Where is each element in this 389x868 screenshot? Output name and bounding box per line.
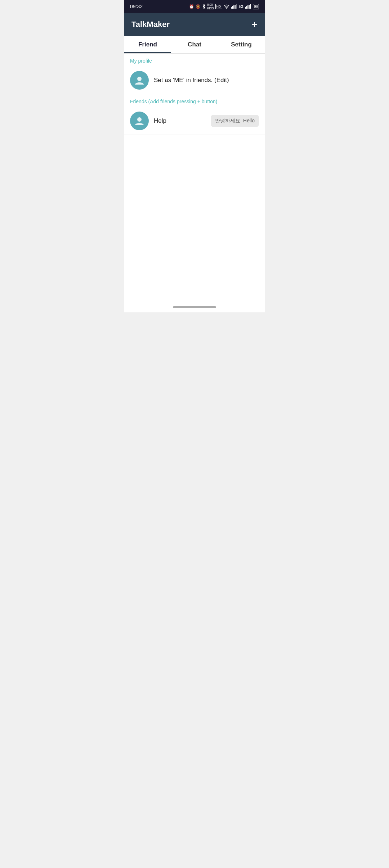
svg-rect-11	[250, 4, 251, 9]
svg-point-12	[137, 77, 142, 81]
alarm-icon: ⏰	[189, 4, 194, 9]
svg-rect-10	[249, 5, 250, 9]
svg-rect-3	[232, 6, 233, 9]
svg-point-13	[137, 117, 142, 122]
bluetooth-icon	[202, 4, 206, 9]
battery-icon: 99	[253, 4, 259, 9]
signal2-icon	[245, 4, 251, 9]
friend-name-help: Help	[154, 117, 211, 125]
friend-avatar-help	[130, 112, 149, 130]
app-header: TalkMaker +	[124, 13, 265, 36]
status-icons: ⏰ 🔕 9.00KB/S HD	[189, 3, 259, 10]
signal-icon	[231, 4, 237, 9]
svg-rect-6	[236, 4, 237, 9]
svg-rect-5	[234, 5, 236, 9]
content-filler	[124, 219, 265, 303]
my-profile-item[interactable]: Set as 'ME' in friends. (Edit)	[124, 67, 265, 94]
friend-item-help[interactable]: Help 안녕하세요. Hello	[124, 107, 265, 135]
5g-icon: 5G	[239, 5, 243, 9]
home-indicator	[124, 303, 265, 312]
status-bar: 09:32 ⏰ 🔕 9.00KB/S HD	[124, 0, 265, 13]
content-area: My profile Set as 'ME' in friends. (Edit…	[124, 54, 265, 219]
hd-icon: HD	[215, 4, 222, 9]
svg-rect-2	[231, 7, 232, 9]
app-title: TalkMaker	[131, 20, 170, 29]
my-profile-label: My profile	[124, 54, 265, 67]
svg-point-1	[226, 8, 227, 9]
speed-icon: 9.00KB/S	[207, 3, 214, 10]
tab-setting[interactable]: Setting	[218, 36, 265, 53]
tab-bar: Friend Chat Setting	[124, 36, 265, 54]
svg-rect-8	[246, 6, 247, 9]
tab-chat[interactable]: Chat	[171, 36, 218, 53]
last-message-help: 안녕하세요. Hello	[211, 115, 259, 127]
home-bar	[173, 306, 216, 308]
friends-label: Friends (Add friends pressing + button)	[124, 94, 265, 107]
wifi-icon	[224, 4, 229, 9]
mute-icon: 🔕	[196, 4, 201, 9]
my-profile-name: Set as 'ME' in friends. (Edit)	[154, 77, 259, 84]
my-profile-avatar	[130, 71, 149, 90]
add-button[interactable]: +	[252, 19, 258, 30]
svg-rect-4	[233, 5, 234, 9]
svg-rect-9	[247, 5, 249, 9]
svg-rect-7	[245, 7, 246, 9]
tab-friend[interactable]: Friend	[124, 36, 171, 53]
status-time: 09:32	[130, 4, 143, 9]
